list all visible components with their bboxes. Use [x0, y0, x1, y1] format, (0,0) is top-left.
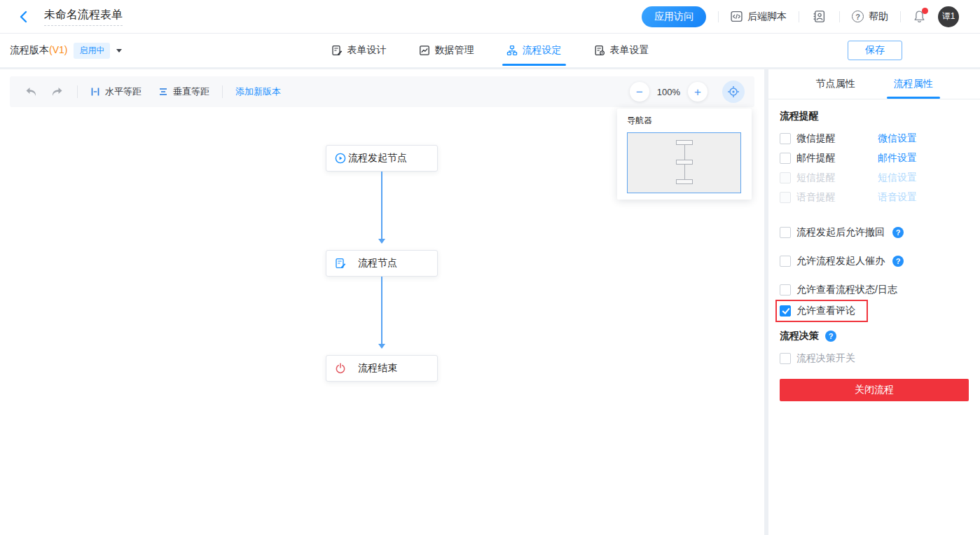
reminder-label: 短信提醒 — [796, 172, 878, 184]
reminder-row-voice: 语音提醒 语音设置 — [780, 190, 969, 204]
tab-data-manage[interactable]: 数据管理 — [419, 34, 474, 67]
back-chevron-icon — [20, 11, 27, 23]
help-button[interactable]: ? 帮助 — [852, 11, 888, 23]
redo-button[interactable] — [49, 85, 64, 99]
power-icon — [335, 363, 346, 374]
app-header: 未命名流程表单 应用访问 后端脚本 ? 帮助 谭1 — [0, 0, 980, 34]
sms-settings-link: 短信设置 — [878, 172, 917, 184]
option-label: 流程发起后允许撤回 — [796, 226, 885, 239]
node-label: 流程结束 — [346, 362, 409, 375]
play-circle-icon — [335, 153, 346, 164]
option-row-allow-urge: 允许流程发起人催办 ? — [780, 254, 969, 268]
divider — [839, 11, 840, 22]
form-edit-icon — [335, 258, 346, 269]
view-comments-checkbox[interactable] — [780, 305, 791, 317]
crosshair-icon — [727, 85, 740, 98]
voice-settings-link: 语音设置 — [878, 191, 917, 204]
page-title[interactable]: 未命名流程表单 — [44, 8, 123, 26]
tab-node-properties[interactable]: 节点属性 — [796, 69, 874, 99]
node-label: 流程节点 — [346, 257, 409, 270]
backend-script-button[interactable]: 后端脚本 — [731, 11, 787, 23]
question-badge-icon[interactable]: ? — [892, 256, 904, 267]
version-bar: 流程版本(V1) 启用中 表单设计 数据管理 流程设定 表单设置 — [0, 34, 980, 67]
version-label: 流程版本(V1) — [10, 44, 67, 57]
option-label: 允许查看流程状态/日志 — [796, 284, 897, 296]
back-button[interactable] — [20, 11, 27, 23]
decision-switch-checkbox[interactable] — [780, 353, 791, 364]
minimap-connector — [684, 165, 685, 179]
reminder-row-wechat: 微信提醒 微信设置 — [780, 132, 969, 146]
avatar[interactable]: 谭1 — [938, 6, 959, 27]
option-row-decision-switch: 流程决策开关 — [780, 352, 969, 366]
status-badge: 启用中 — [74, 43, 110, 59]
option-label: 允许查看评论 — [796, 305, 855, 317]
vertical-spacing-icon — [158, 87, 168, 97]
vertical-equal-button[interactable]: 垂直等距 — [158, 85, 209, 98]
tab-flow-setting[interactable]: 流程设定 — [506, 34, 562, 67]
sitemap-icon — [506, 45, 518, 56]
minimap[interactable] — [627, 132, 741, 193]
main-area: 水平等距 垂直等距 添加新版本 − 100% + — [0, 67, 980, 535]
red-highlight-box: 允许查看评论 — [775, 300, 868, 322]
flow-node-start[interactable]: 流程发起节点 — [326, 145, 438, 172]
canvas-toolbar: 水平等距 垂直等距 添加新版本 − 100% + — [10, 76, 754, 107]
properties-panel: 节点属性 流程属性 流程提醒 微信提醒 微信设置 邮件提醒 邮件设置 短信提醒 … — [768, 69, 980, 535]
zoom-in-button[interactable]: + — [688, 82, 708, 102]
vertical-equal-label: 垂直等距 — [173, 85, 209, 98]
minimap-node — [676, 160, 693, 165]
tab-flow-properties[interactable]: 流程属性 — [874, 69, 952, 99]
question-badge-icon[interactable]: ? — [825, 331, 836, 342]
tab-label: 流程设定 — [523, 44, 562, 57]
tab-form-settings[interactable]: 表单设置 — [594, 34, 649, 67]
option-row-allow-withdraw: 流程发起后允许撤回 ? — [780, 225, 969, 239]
reminder-label: 邮件提醒 — [796, 152, 878, 165]
save-button[interactable]: 保存 — [848, 41, 902, 60]
notifications-button[interactable] — [913, 10, 926, 23]
voice-reminder-checkbox — [780, 192, 791, 203]
divider — [799, 11, 799, 22]
option-row-view-status-log: 允许查看流程状态/日志 — [780, 283, 969, 297]
section-flow-reminder: 流程提醒 — [780, 110, 969, 123]
divider — [77, 85, 78, 98]
notification-badge — [922, 8, 928, 14]
help-label: 帮助 — [869, 11, 888, 23]
version-number: (V1) — [49, 44, 67, 55]
minimap-node — [676, 179, 693, 184]
tab-label: 数据管理 — [435, 44, 474, 57]
node-label: 流程发起节点 — [346, 152, 409, 165]
close-flow-button[interactable]: 关闭流程 — [780, 379, 969, 401]
horizontal-equal-button[interactable]: 水平等距 — [90, 85, 142, 98]
address-book-icon — [813, 10, 826, 23]
question-badge-icon[interactable]: ? — [892, 227, 904, 238]
wechat-reminder-checkbox[interactable] — [780, 133, 791, 144]
email-settings-link[interactable]: 邮件设置 — [878, 152, 917, 165]
highlighted-option: 允许查看评论 — [780, 300, 969, 322]
add-new-version-button[interactable]: 添加新版本 — [235, 85, 281, 98]
app-access-button[interactable]: 应用访问 — [642, 6, 706, 27]
zoom-out-button[interactable]: − — [630, 82, 649, 102]
navigator-title: 导航器 — [627, 115, 742, 127]
tab-form-design[interactable]: 表单设计 — [331, 34, 387, 67]
flow-node-end[interactable]: 流程结束 — [326, 355, 438, 382]
data-chart-icon — [419, 45, 430, 56]
reminder-row-sms: 短信提醒 短信设置 — [780, 171, 969, 185]
wechat-settings-link[interactable]: 微信设置 — [878, 132, 917, 145]
redo-icon — [50, 87, 63, 97]
reminder-label: 微信提醒 — [796, 132, 878, 145]
allow-urge-checkbox[interactable] — [780, 256, 791, 267]
view-status-log-checkbox[interactable] — [780, 284, 791, 296]
allow-withdraw-checkbox[interactable] — [780, 227, 791, 238]
flow-node-task[interactable]: 流程节点 — [326, 250, 438, 277]
undo-icon — [25, 87, 38, 97]
members-button[interactable] — [811, 8, 827, 25]
minimap-node — [676, 140, 693, 145]
tab-label: 表单设计 — [347, 44, 387, 57]
divider — [900, 11, 901, 22]
undo-button[interactable] — [24, 85, 39, 99]
email-reminder-checkbox[interactable] — [780, 153, 791, 164]
divider — [222, 85, 223, 98]
version-dropdown-caret-icon[interactable] — [116, 49, 122, 55]
fit-view-button[interactable] — [722, 81, 745, 103]
option-label: 允许流程发起人催办 — [796, 255, 885, 268]
flow-canvas[interactable]: 水平等距 垂直等距 添加新版本 − 100% + — [0, 69, 764, 535]
